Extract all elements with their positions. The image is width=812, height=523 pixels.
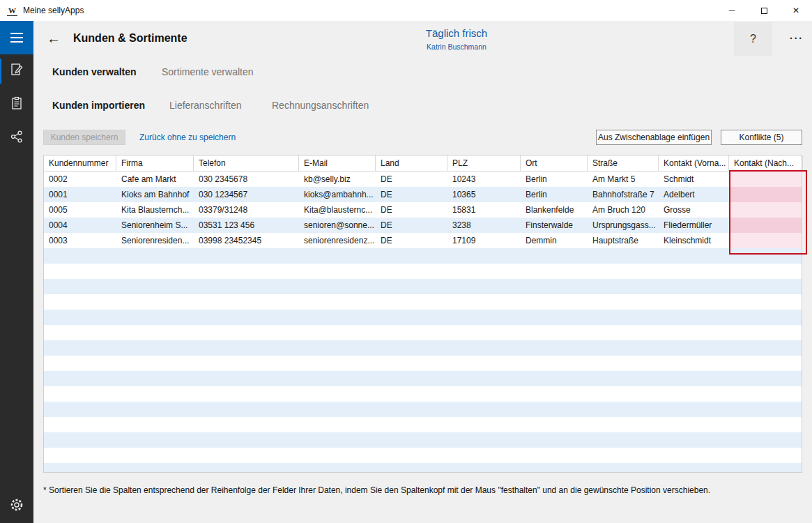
table-cell[interactable]: Ursprungsgass... <box>588 218 659 233</box>
table-cell[interactable]: 10243 <box>447 172 521 187</box>
conflict-cell[interactable] <box>729 172 802 187</box>
column-header[interactable]: Ort <box>521 156 588 171</box>
tab-sortimente-verwalten[interactable]: Sortimente verwalten <box>162 66 254 77</box>
table-cell[interactable]: 10365 <box>447 187 521 202</box>
empty-cell <box>299 356 376 371</box>
table-cell[interactable]: DE <box>376 172 447 187</box>
hamburger-menu-button[interactable] <box>0 21 33 54</box>
table-cell[interactable]: Berlin <box>521 172 588 187</box>
empty-cell <box>729 417 802 432</box>
conflict-cell[interactable] <box>729 187 802 202</box>
more-button[interactable]: ··· <box>786 29 807 47</box>
table-cell[interactable]: DE <box>376 233 447 248</box>
column-header[interactable]: Firma <box>116 156 194 171</box>
column-header[interactable]: E-Mail <box>299 156 376 171</box>
table-cell[interactable]: Kita@blausternc... <box>299 202 376 218</box>
empty-cell <box>44 371 116 386</box>
table-cell[interactable]: kb@selly.biz <box>299 172 376 187</box>
table-empty-row <box>44 340 802 356</box>
column-header[interactable]: Land <box>376 156 447 171</box>
table-cell[interactable]: 03531 123 456 <box>194 218 299 233</box>
tab-kunden-verwalten[interactable]: Kunden verwalten <box>52 66 137 77</box>
table-cell[interactable]: 0005 <box>44 202 116 218</box>
table-cell[interactable]: Cafe am Markt <box>116 172 194 187</box>
sidebar-item-settings[interactable] <box>0 490 33 523</box>
table-row[interactable]: 0003Seniorenresiden...03998 23452345seni… <box>44 233 802 248</box>
sidebar-item-orders[interactable] <box>0 88 33 121</box>
table-cell[interactable]: Am Markt 5 <box>588 172 659 187</box>
column-header[interactable]: Straße <box>588 156 659 171</box>
table-cell[interactable]: seniorenresidenz... <box>299 233 376 248</box>
empty-cell <box>729 340 802 356</box>
empty-cell <box>588 417 659 432</box>
table-cell[interactable]: 0003 <box>44 233 116 248</box>
tab-rechnungsanschriften[interactable]: Rechnungsanschriften <box>272 100 369 111</box>
table-cell[interactable]: Adelbert <box>659 187 729 202</box>
table-cell[interactable]: Schmidt <box>659 172 729 187</box>
conflict-cell[interactable] <box>729 233 802 248</box>
empty-cell <box>116 432 194 448</box>
table-cell[interactable]: Kioks am Bahnhof <box>116 187 194 202</box>
column-header[interactable]: Kundennummer <box>44 156 116 171</box>
empty-cell <box>447 402 521 417</box>
close-button[interactable]: ✕ <box>780 0 812 21</box>
conflict-cell[interactable] <box>729 202 802 218</box>
back-without-saving-link[interactable]: Zurück ohne zu speichern <box>139 130 236 145</box>
conflicts-button[interactable]: Konflikte (5) <box>721 130 802 145</box>
table-cell[interactable]: Seniorenresiden... <box>116 233 194 248</box>
table-cell[interactable]: DE <box>376 202 447 218</box>
empty-cell <box>376 448 447 463</box>
table-cell[interactable]: Am Bruch 120 <box>588 202 659 218</box>
back-button[interactable]: ← <box>45 29 63 47</box>
table-cell[interactable]: Hauptstraße <box>588 233 659 248</box>
empty-cell <box>44 417 116 432</box>
table-cell[interactable]: Kita Blausternch... <box>116 202 194 218</box>
table-cell[interactable]: 030 1234567 <box>194 187 299 202</box>
sidebar-item-customers[interactable] <box>0 54 33 88</box>
paste-from-clipboard-button[interactable]: Aus Zwischenablage einfügen <box>596 130 712 145</box>
table-cell[interactable]: Demmin <box>521 233 588 248</box>
conflict-cell[interactable] <box>729 218 802 233</box>
empty-cell <box>588 264 659 279</box>
table-cell[interactable]: 0002 <box>44 172 116 187</box>
minimize-button[interactable]: ─ <box>716 0 748 21</box>
table-cell[interactable]: kioks@ambahnh... <box>299 187 376 202</box>
empty-cell <box>44 448 116 463</box>
column-header[interactable]: PLZ <box>447 156 521 171</box>
table-cell[interactable]: DE <box>376 218 447 233</box>
table-cell[interactable]: senioren@sonne... <box>299 218 376 233</box>
table-cell[interactable]: Grosse <box>659 202 729 218</box>
table-cell[interactable]: 15831 <box>447 202 521 218</box>
save-customers-button[interactable]: Kunden speichern <box>43 130 125 145</box>
table-cell[interactable]: Berlin <box>521 187 588 202</box>
table-cell[interactable]: 3238 <box>447 218 521 233</box>
tab-kunden-importieren[interactable]: Kunden importieren <box>52 100 145 111</box>
table-cell[interactable]: Kleinschmidt <box>659 233 729 248</box>
table-cell[interactable]: 03998 23452345 <box>194 233 299 248</box>
table-cell[interactable]: DE <box>376 187 447 202</box>
table-row[interactable]: 0004Seniorenheim S...03531 123 456senior… <box>44 218 802 233</box>
table-row[interactable]: 0001Kioks am Bahnhof030 1234567kioks@amb… <box>44 187 802 202</box>
help-button[interactable]: ? <box>734 22 772 56</box>
table-cell[interactable]: 17109 <box>447 233 521 248</box>
empty-cell <box>659 340 729 356</box>
table-cell[interactable]: Blankenfelde <box>521 202 588 218</box>
empty-cell <box>588 448 659 463</box>
table-cell[interactable]: 03379/31248 <box>194 202 299 218</box>
sidebar-item-share[interactable] <box>0 121 33 155</box>
maximize-button[interactable] <box>748 0 780 21</box>
table-cell[interactable]: Bahnhofstraße 7 <box>588 187 659 202</box>
table-cell[interactable]: Seniorenheim S... <box>116 218 194 233</box>
empty-cell <box>194 279 299 294</box>
table-cell[interactable]: 030 2345678 <box>194 172 299 187</box>
table-row[interactable]: 0005Kita Blausternch...03379/31248Kita@b… <box>44 202 802 218</box>
table-cell[interactable]: Fliedermüller <box>659 218 729 233</box>
table-cell[interactable]: 0004 <box>44 218 116 233</box>
table-row[interactable]: 0002Cafe am Markt030 2345678kb@selly.biz… <box>44 172 802 187</box>
column-header[interactable]: Telefon <box>194 156 299 171</box>
column-header[interactable]: Kontakt (Nach... <box>729 156 803 171</box>
column-header[interactable]: Kontakt (Vorna... <box>659 156 729 171</box>
tab-lieferanschriften[interactable]: Lieferanschriften <box>169 100 242 111</box>
table-cell[interactable]: 0001 <box>44 187 116 202</box>
table-cell[interactable]: Finsterwalde <box>521 218 588 233</box>
